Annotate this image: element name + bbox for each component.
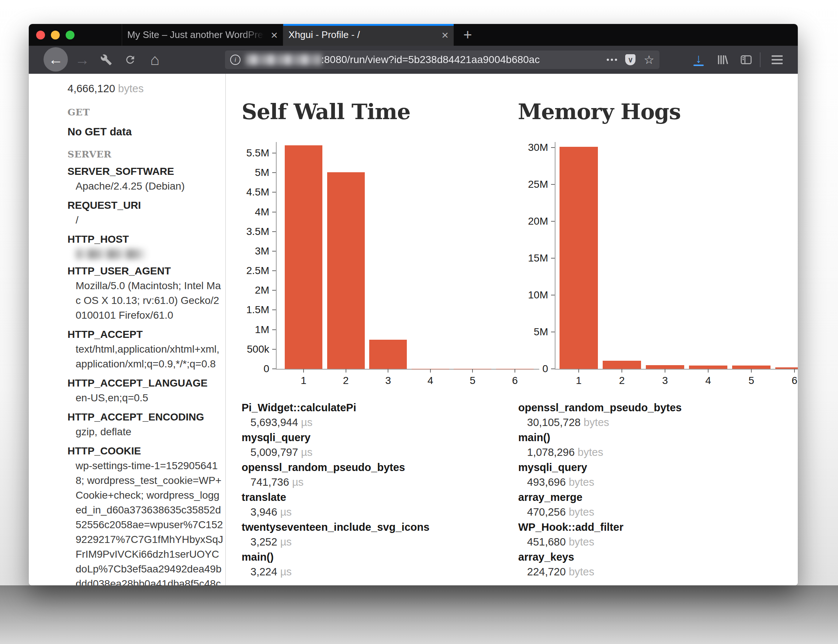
- zoom-window-button[interactable]: [66, 31, 74, 39]
- memory-hogs-title: Memory Hogs: [518, 99, 680, 124]
- y-axis-label: 1.5M: [221, 304, 269, 316]
- server-entry-key: HTTP_ACCEPT_LANGUAGE: [67, 376, 217, 391]
- x-axis-label: 2: [611, 375, 633, 386]
- reload-button[interactable]: [119, 46, 141, 74]
- server-entry-key: SERVER_SOFTWARE: [67, 164, 217, 179]
- function-value-unit: bytes: [578, 446, 603, 458]
- y-axis-label: 5M: [500, 326, 548, 338]
- x-axis-label: 5: [462, 375, 483, 386]
- y-axis-label: 0: [221, 363, 269, 375]
- function-name-link[interactable]: main(): [518, 430, 791, 445]
- site-info-icon[interactable]: i: [230, 54, 240, 65]
- y-axis-label: 2.5M: [221, 265, 269, 277]
- x-axis-label: 6: [504, 375, 526, 386]
- function-name-link[interactable]: array_merge: [518, 490, 791, 504]
- function-value-number: 30,105,728: [527, 416, 583, 428]
- wall-time-function-list: Pi_Widget::calculatePi5,693,944 µsmysqli…: [242, 400, 514, 580]
- url-bar[interactable]: i :8080/run/view?id=5b238d84421aa9004b68…: [225, 51, 659, 69]
- y-axis-label: 4M: [221, 206, 269, 218]
- page-actions-icon[interactable]: [607, 59, 617, 61]
- bar[interactable]: [327, 172, 365, 369]
- y-axis-tick: [551, 368, 555, 369]
- bar[interactable]: [603, 361, 641, 369]
- tab-my-site[interactable]: My Site – Just another WordPress si ×: [122, 24, 283, 46]
- x-axis-tick: [346, 369, 346, 373]
- pocket-icon[interactable]: ∨: [625, 54, 636, 65]
- library-button[interactable]: [711, 46, 734, 74]
- y-axis-tick: [551, 332, 555, 332]
- bar[interactable]: [732, 366, 771, 369]
- function-value: 3,252 µs: [242, 534, 514, 550]
- page-tools-button[interactable]: [95, 46, 117, 74]
- function-name-link[interactable]: main(): [242, 550, 514, 564]
- y-axis-tick: [272, 192, 276, 192]
- server-entry-key: HTTP_USER_AGENT: [67, 264, 217, 278]
- new-tab-button[interactable]: +: [457, 24, 479, 46]
- desktop-wallpaper: [0, 585, 838, 644]
- y-axis-tick: [272, 212, 276, 212]
- x-axis-label: 3: [654, 375, 676, 386]
- function-list-item: mysqli_query5,009,797 µs: [242, 430, 514, 460]
- function-name-link[interactable]: mysqli_query: [518, 460, 791, 475]
- function-name-link[interactable]: WP_Hook::add_filter: [518, 520, 791, 534]
- y-axis-tick: [272, 270, 276, 271]
- y-axis-tick: [551, 295, 555, 296]
- function-list-item: openssl_random_pseudo_bytes741,736 µs: [242, 460, 514, 490]
- x-axis-tick: [665, 369, 665, 373]
- bar[interactable]: [646, 365, 684, 369]
- y-axis-label: 2M: [221, 284, 269, 296]
- x-axis-tick: [578, 369, 579, 373]
- function-name-link[interactable]: twentyseventeen_include_svg_icons: [242, 520, 514, 534]
- bar[interactable]: [369, 340, 407, 369]
- bar[interactable]: [560, 147, 598, 369]
- minimize-window-button[interactable]: [51, 31, 60, 39]
- function-name-link[interactable]: Pi_Widget::calculatePi: [242, 400, 514, 415]
- server-entry-key: REQUEST_URI: [67, 198, 217, 213]
- menu-button[interactable]: [764, 46, 791, 74]
- server-list: SERVER_SOFTWAREApache/2.4.25 (Debian)REQ…: [67, 164, 217, 585]
- function-value-unit: µs: [301, 416, 312, 428]
- bar[interactable]: [689, 366, 727, 369]
- function-value-number: 470,256: [527, 506, 569, 518]
- function-value: 741,736 µs: [242, 475, 514, 490]
- home-button[interactable]: ⌂: [143, 46, 167, 74]
- forward-button[interactable]: →: [71, 46, 93, 74]
- sidebar-toggle-button[interactable]: [735, 46, 757, 74]
- server-entry-value: Apache/2.4.25 (Debian): [76, 179, 223, 194]
- y-axis-tick: [551, 184, 555, 185]
- x-axis-tick: [621, 369, 622, 373]
- function-name-link[interactable]: openssl_random_pseudo_bytes: [242, 460, 514, 475]
- get-section-heading: GET: [67, 107, 217, 118]
- y-axis-tick: [272, 172, 276, 173]
- downloads-button[interactable]: ↓: [687, 46, 710, 74]
- url-text[interactable]: :8080/run/view?id=5b238d84421aa9004b680a…: [321, 54, 604, 66]
- function-value-number: 3,946: [250, 506, 280, 518]
- tab-xhgui-active[interactable]: Xhgui - Profile - / ×: [283, 24, 454, 46]
- server-entry-value: wp-settings-time-1=1529056418; wordpress…: [76, 458, 223, 585]
- function-name-link[interactable]: openssl_random_pseudo_bytes: [518, 400, 791, 415]
- bar[interactable]: [285, 145, 322, 369]
- x-axis-tick: [794, 369, 795, 373]
- x-axis-label: 4: [697, 375, 719, 386]
- function-value: 224,720 bytes: [518, 564, 791, 580]
- x-axis-label: 2: [335, 375, 357, 386]
- server-entry-value: gzip, deflate: [76, 424, 223, 439]
- y-axis-label: 1M: [221, 324, 269, 336]
- y-axis-label: 10M: [500, 289, 548, 301]
- function-name-link[interactable]: array_keys: [518, 550, 791, 564]
- memory-hogs-chart: 05M10M15M20M25M30M123456: [555, 142, 798, 370]
- server-entry-value: en-US,en;q=0.5: [76, 391, 223, 405]
- function-value-unit: µs: [280, 566, 292, 578]
- y-axis-label: 25M: [500, 179, 548, 190]
- close-window-button[interactable]: [36, 31, 45, 39]
- y-axis-label: 500k: [221, 343, 269, 355]
- back-button[interactable]: ←: [44, 47, 68, 72]
- server-entry-value: /: [76, 213, 223, 228]
- forward-arrow-icon: →: [75, 52, 90, 68]
- y-axis-tick: [551, 147, 555, 148]
- function-name-link[interactable]: translate: [242, 490, 514, 504]
- function-name-link[interactable]: mysqli_query: [242, 430, 514, 445]
- bookmark-star-icon[interactable]: ☆: [644, 54, 654, 66]
- tab-close-icon[interactable]: ×: [271, 29, 278, 41]
- tab-close-icon[interactable]: ×: [442, 29, 449, 41]
